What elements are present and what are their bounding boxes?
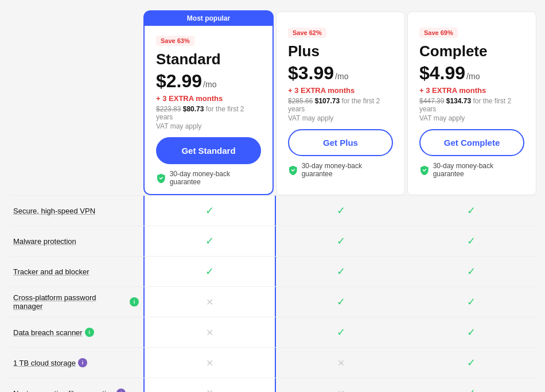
feature-link-3[interactable]: Cross-platform password manager — [13, 293, 127, 311]
price-plus: $3.99 — [288, 63, 334, 84]
check-4-plus: ✓ — [276, 317, 406, 347]
feature-link-1[interactable]: Malware protection — [13, 237, 76, 246]
money-back-plus: 30-day money-back guarantee — [288, 162, 393, 186]
save-badge-plus: Save 62% — [288, 28, 326, 38]
shield-icon-complete — [419, 165, 430, 175]
plan-header-standard: Save 63% Standard $2.99 /mo + 3 EXTRA mo… — [145, 26, 272, 194]
plan-name-plus: Plus — [288, 42, 393, 60]
check-1-complete: ✓ — [406, 226, 536, 256]
money-back-complete: 30-day money-back guarantee — [419, 162, 524, 186]
extra-plus: + 3 EXTRA months — [288, 86, 393, 95]
check-1-standard: ✓ — [143, 226, 276, 256]
vat-plus: VAT may apply — [288, 114, 393, 122]
original-price-plus: $285.66 $107.73 for the first 2 years — [288, 97, 393, 113]
extra-complete: + 3 EXTRA months — [419, 86, 524, 95]
pricing-top: Most popular Save 63% Standard $2.99 /mo… — [9, 11, 536, 195]
check-0-complete: ✓ — [406, 196, 536, 226]
check-5-standard: ✕ — [143, 348, 276, 378]
plan-header-complete: Save 69% Complete $4.99 /mo + 3 EXTRA mo… — [408, 18, 536, 186]
extra-standard: + 3 EXTRA months — [156, 94, 261, 103]
feature-link-2[interactable]: Tracker and ad blocker — [13, 267, 89, 276]
feature-label-5: 1 TB cloud storage i — [9, 348, 143, 378]
shield-icon-plus — [288, 165, 298, 175]
original-price-standard: $223.83 $80.73 for the first 2 years — [156, 105, 261, 121]
check-3-plus: ✓ — [276, 287, 406, 317]
check-2-standard: ✓ — [143, 257, 276, 286]
popular-badge: Most popular — [144, 11, 273, 26]
feature-row-0: Secure, high-speed VPN ✓ ✓ ✓ — [9, 195, 536, 226]
shield-icon-standard — [156, 173, 166, 183]
info-icon-green-4: i — [85, 328, 94, 337]
plan-name-complete: Complete — [419, 42, 524, 60]
check-6-standard: ✕ — [143, 378, 276, 392]
check-1-plus: ✓ — [276, 226, 406, 256]
feature-col-empty — [9, 11, 143, 195]
original-price-complete: $447.39 $134.73 for the first 2 years — [419, 97, 524, 113]
check-4-standard: ✕ — [143, 317, 276, 347]
feature-label-4: Data breach scanner i — [9, 317, 143, 347]
period-plus: /mo — [335, 72, 348, 81]
feature-row-3: Cross-platform password manager i ✕ ✓ ✓ — [9, 286, 536, 317]
period-standard: /mo — [203, 80, 216, 89]
price-complete: $4.99 — [419, 63, 465, 84]
check-4-complete: ✓ — [406, 317, 536, 347]
feature-label-0: Secure, high-speed VPN — [9, 196, 143, 226]
info-icon-purple-5: i — [78, 358, 87, 367]
check-6-plus: ✕ — [276, 378, 406, 392]
plan-plus: Save 62% Plus $3.99 /mo + 3 EXTRA months… — [276, 11, 405, 195]
check-0-plus: ✓ — [276, 196, 406, 226]
check-2-complete: ✓ — [406, 257, 536, 286]
feature-link-6[interactable]: Next-generation file encryption — [13, 389, 114, 393]
vat-complete: VAT may apply — [419, 114, 524, 122]
save-badge-complete: Save 69% — [419, 28, 458, 38]
check-2-plus: ✓ — [276, 257, 406, 286]
cta-plus[interactable]: Get Plus — [288, 129, 393, 156]
feature-label-6: Next-generation file encryption i — [9, 378, 143, 392]
info-icon-purple-6: i — [116, 389, 126, 392]
feature-link-5[interactable]: 1 TB cloud storage — [13, 359, 76, 367]
feature-row-6: Next-generation file encryption i ✕ ✕ ✓ — [9, 378, 536, 392]
save-badge-standard: Save 63% — [156, 36, 194, 46]
plan-name-standard: Standard — [156, 51, 261, 68]
check-3-complete: ✓ — [406, 287, 536, 317]
info-icon-green-3: i — [130, 297, 139, 306]
vat-standard: VAT may apply — [156, 122, 261, 130]
plan-columns: Most popular Save 63% Standard $2.99 /mo… — [143, 11, 536, 195]
plan-standard: Most popular Save 63% Standard $2.99 /mo… — [143, 10, 274, 195]
check-0-standard: ✓ — [143, 196, 276, 226]
feature-rows: Secure, high-speed VPN ✓ ✓ ✓ Malware pro… — [9, 195, 536, 392]
check-5-plus: ✕ — [276, 348, 406, 378]
feature-row-5: 1 TB cloud storage i ✕ ✕ ✓ — [9, 347, 536, 378]
money-back-standard: 30-day money-back guarantee — [156, 170, 261, 194]
feature-row-2: Tracker and ad blocker ✓ ✓ ✓ — [9, 256, 536, 286]
feature-link-4[interactable]: Data breach scanner — [13, 328, 83, 337]
check-3-standard: ✕ — [143, 287, 276, 317]
feature-row-1: Malware protection ✓ ✓ ✓ — [9, 226, 536, 256]
plan-header-plus: Save 62% Plus $3.99 /mo + 3 EXTRA months… — [277, 18, 404, 186]
cta-complete[interactable]: Get Complete — [419, 129, 524, 156]
price-standard: $2.99 — [156, 71, 202, 92]
feature-link-0[interactable]: Secure, high-speed VPN — [13, 207, 95, 215]
period-complete: /mo — [466, 72, 480, 81]
check-5-complete: ✓ — [406, 348, 536, 378]
feature-row-4: Data breach scanner i ✕ ✓ ✓ — [9, 317, 536, 347]
plan-complete: Save 69% Complete $4.99 /mo + 3 EXTRA mo… — [407, 11, 536, 195]
feature-label-1: Malware protection — [9, 226, 143, 256]
check-6-complete: ✓ — [406, 378, 536, 392]
feature-label-2: Tracker and ad blocker — [9, 257, 143, 286]
feature-label-3: Cross-platform password manager i — [9, 287, 143, 317]
cta-standard[interactable]: Get Standard — [156, 137, 261, 164]
